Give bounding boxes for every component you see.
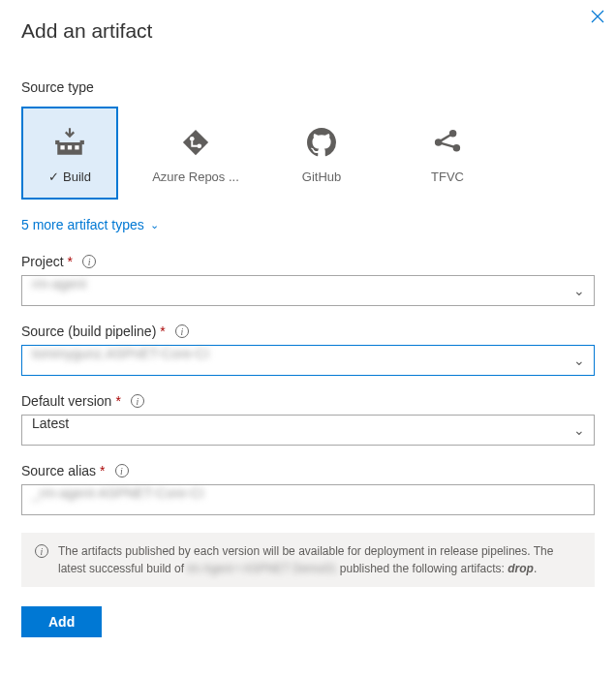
more-artifact-types-link[interactable]: 5 more artifact types ⌄ xyxy=(21,217,159,232)
field-label-text: Source alias xyxy=(21,463,96,478)
close-button[interactable] xyxy=(587,4,608,32)
info-icon: i xyxy=(35,544,48,558)
tfvc-icon xyxy=(433,123,462,162)
check-icon: ✓ xyxy=(48,170,59,184)
svg-rect-3 xyxy=(75,145,78,149)
close-icon xyxy=(591,10,604,23)
field-project: Project * i rm-agent ⌄ xyxy=(21,254,595,306)
svg-point-10 xyxy=(453,143,461,151)
tile-tfvc[interactable]: TFVC xyxy=(399,107,496,200)
required-indicator: * xyxy=(115,393,120,409)
required-indicator: * xyxy=(160,324,165,339)
tile-label: GitHub xyxy=(302,170,341,184)
field-source-alias: Source alias * i _rm-agent-ASPNET-Core-C… xyxy=(21,463,595,515)
chevron-down-icon: ⌄ xyxy=(150,219,159,231)
source-alias-input[interactable]: _rm-agent-ASPNET-Core-CI xyxy=(21,484,595,515)
svg-rect-5 xyxy=(80,139,84,143)
tile-github[interactable]: GitHub xyxy=(273,107,370,200)
field-label-text: Source (build pipeline) xyxy=(21,324,156,339)
add-artifact-panel: Add an artifact Source type ✓ Build xyxy=(0,0,616,637)
tile-label: TFVC xyxy=(431,170,464,184)
required-indicator: * xyxy=(68,254,73,269)
svg-rect-1 xyxy=(60,145,64,149)
svg-point-6 xyxy=(190,136,195,140)
tile-label: Azure Repos ... xyxy=(152,170,239,184)
default-version-select[interactable]: Latest xyxy=(21,415,595,446)
build-icon xyxy=(53,123,86,162)
field-default-version: Default version * i Latest ⌄ xyxy=(21,393,595,446)
github-icon xyxy=(307,123,336,162)
project-select[interactable]: rm-agent xyxy=(21,275,595,306)
info-message: i The artifacts published by each versio… xyxy=(21,533,595,587)
info-icon[interactable]: i xyxy=(115,464,129,478)
svg-point-7 xyxy=(197,143,201,148)
tile-build[interactable]: ✓ Build xyxy=(21,107,118,200)
field-source: Source (build pipeline) * i tommygunz.AS… xyxy=(21,324,595,376)
info-icon[interactable]: i xyxy=(131,394,144,408)
source-type-label: Source type xyxy=(21,79,595,95)
tile-label: Build xyxy=(63,170,91,184)
info-icon[interactable]: i xyxy=(82,255,96,268)
add-button[interactable]: Add xyxy=(21,606,102,637)
field-label-text: Project xyxy=(21,254,64,269)
required-indicator: * xyxy=(100,463,105,478)
svg-rect-2 xyxy=(68,145,72,149)
info-icon[interactable]: i xyxy=(175,324,189,338)
source-select[interactable]: tommygunz.ASPnET-Core-CI xyxy=(21,345,595,376)
panel-title: Add an artifact xyxy=(21,19,595,43)
field-label-text: Default version xyxy=(21,393,111,409)
tile-azure-repos[interactable]: Azure Repos ... xyxy=(147,107,244,200)
svg-rect-4 xyxy=(55,139,59,143)
source-type-tiles: ✓ Build Azure Repos ... xyxy=(21,107,595,200)
azure-repos-icon xyxy=(181,123,210,162)
